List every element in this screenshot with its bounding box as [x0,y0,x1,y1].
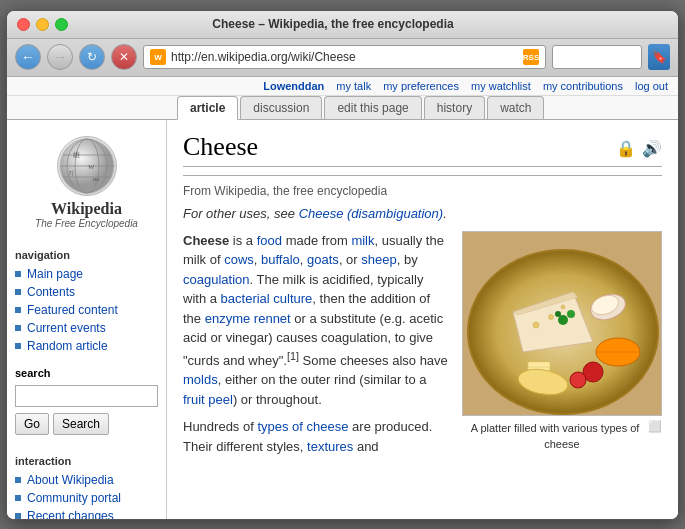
bullet-icon [15,289,21,295]
address-text: http://en.wikipedia.org/wiki/Cheese [171,50,519,64]
search-input[interactable] [15,385,158,407]
other-uses-prefix: For other uses, see [183,206,299,221]
search-buttons: Go Search [15,413,158,435]
wiki-logo: 維 W 기 ик Wikipedia The Free Encyclopedia [7,128,166,237]
search-heading: search [15,367,158,379]
sidebar-item-recent-changes[interactable]: Recent changes [15,507,158,519]
username[interactable]: Lowenddan [263,80,324,92]
rennet-link[interactable]: rennet [254,311,291,326]
svg-point-26 [549,314,554,319]
enzyme-link[interactable]: enzyme [205,311,251,326]
svg-point-18 [570,372,586,388]
footnote-1: [1] [287,350,299,362]
goats-link[interactable]: goats [307,252,339,267]
main-page-link[interactable]: Main page [27,267,83,281]
cheese-bold: Cheese [183,233,229,248]
bullet-icon [15,477,21,483]
other-uses: For other uses, see Cheese (disambiguati… [183,206,662,221]
featured-content-link[interactable]: Featured content [27,303,118,317]
sidebar-item-featured-content[interactable]: Featured content [15,301,158,319]
sidebar-item-contents[interactable]: Contents [15,283,158,301]
article-para2: Hundreds of types of cheese are produced… [183,417,448,456]
wiki-globe: 維 W 기 ик [57,136,117,196]
fruit-peel-link[interactable]: fruit peel [183,392,233,407]
textures-link[interactable]: textures [307,439,353,454]
bullet-icon [15,495,21,501]
minimize-button[interactable] [36,18,49,31]
sidebar-item-community-portal[interactable]: Community portal [15,489,158,507]
about-wikipedia-link[interactable]: About Wikipedia [27,473,114,487]
cheese-image [462,231,662,416]
toolbar-search-bar[interactable] [552,45,642,69]
page-tabs: article discussion edit this page histor… [7,96,678,120]
bullet-icon [15,307,21,313]
address-bar[interactable]: W http://en.wikipedia.org/wiki/Cheese RS… [143,45,546,69]
article-image-box: ⬜ A platter filled with various types of… [462,231,662,465]
current-events-link[interactable]: Current events [27,321,106,335]
random-article-link[interactable]: Random article [27,339,108,353]
forward-button[interactable]: → [47,44,73,70]
svg-text:W: W [88,163,95,171]
bacterial-culture-link[interactable]: bacterial culture [221,291,313,306]
back-button[interactable]: ← [15,44,41,70]
article-text: Cheese is a food made from milk, usually… [183,231,448,465]
svg-point-25 [533,322,539,328]
article-body: Cheese is a food made from milk, usually… [183,231,662,465]
buffalo-link[interactable]: buffalo [261,252,300,267]
cows-link[interactable]: cows [224,252,254,267]
article-title-row: Cheese 🔒 🔊 [183,132,662,167]
tab-watch[interactable]: watch [487,96,544,119]
browser-window: Cheese – Wikipedia, the free encyclopedi… [6,10,679,520]
tab-discussion[interactable]: discussion [240,96,322,119]
my-preferences-link[interactable]: my preferences [383,80,459,92]
wiki-tagline: The Free Encyclopedia [15,218,158,229]
sidebar-item-random-article[interactable]: Random article [15,337,158,355]
close-button[interactable] [17,18,30,31]
tab-article[interactable]: article [177,96,238,120]
article-icons: 🔒 🔊 [616,139,662,158]
lock-icon: 🔒 [616,139,636,158]
main-area: 維 W 기 ик Wikipedia The Free Encyclopedia… [7,120,678,519]
disambiguation-link[interactable]: Cheese (disambiguation) [299,206,444,221]
coagulation-link[interactable]: coagulation [183,272,250,287]
recent-changes-link[interactable]: Recent changes [27,509,114,519]
stop-button[interactable]: ✕ [111,44,137,70]
maximize-button[interactable] [55,18,68,31]
article-title: Cheese [183,132,616,166]
tab-history[interactable]: history [424,96,485,119]
sidebar-item-current-events[interactable]: Current events [15,319,158,337]
sidebar-item-about[interactable]: About Wikipedia [15,471,158,489]
sheep-link[interactable]: sheep [361,252,396,267]
my-watchlist-link[interactable]: my watchlist [471,80,531,92]
expand-icon[interactable]: ⬜ [648,418,662,435]
my-talk-link[interactable]: my talk [336,80,371,92]
tab-edit-this-page[interactable]: edit this page [324,96,421,119]
refresh-button[interactable]: ↻ [79,44,105,70]
food-link[interactable]: food [257,233,282,248]
types-of-cheese-link[interactable]: types of cheese [257,419,348,434]
from-wikipedia: From Wikipedia, the free encyclopedia [183,184,662,198]
bullet-icon [15,343,21,349]
sidebar: 維 W 기 ик Wikipedia The Free Encyclopedia… [7,120,167,519]
svg-text:維: 維 [72,151,80,159]
log-out-link[interactable]: log out [635,80,668,92]
sidebar-item-main-page[interactable]: Main page [15,265,158,283]
molds-link[interactable]: molds [183,372,218,387]
window-buttons [17,18,68,31]
userbar: Lowenddan my talk my preferences my watc… [7,77,678,96]
milk-link[interactable]: milk [351,233,374,248]
my-contributions-link[interactable]: my contributions [543,80,623,92]
toolbar-search-input[interactable] [557,51,637,63]
bookmark-button[interactable]: 🔖 [648,44,670,70]
search-button[interactable]: Search [53,413,109,435]
sidebar-search: search Go Search [7,359,166,443]
svg-point-22 [567,310,575,318]
sidebar-navigation: navigation Main page Contents Featured c… [7,237,166,359]
toolbar: ← → ↻ ✕ W http://en.wikipedia.org/wiki/C… [7,39,678,77]
article-content: Cheese 🔒 🔊 From Wikipedia, the free ency… [167,120,678,519]
sidebar-interaction: interaction About Wikipedia Community po… [7,443,166,519]
rss-button[interactable]: RSS [523,49,539,65]
go-button[interactable]: Go [15,413,49,435]
community-portal-link[interactable]: Community portal [27,491,121,505]
contents-link[interactable]: Contents [27,285,75,299]
